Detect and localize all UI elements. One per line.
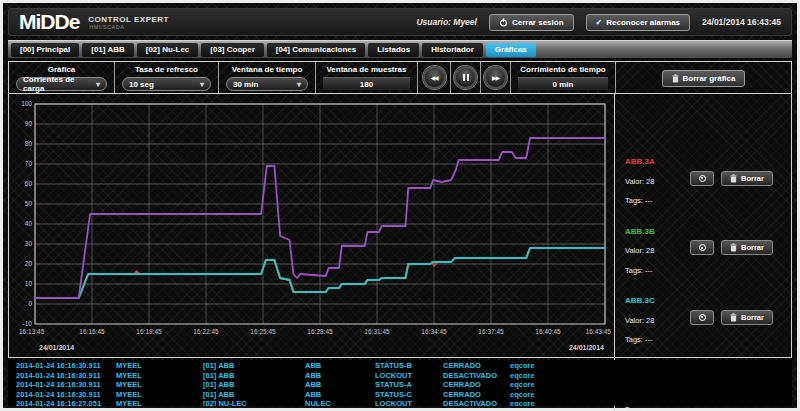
log-device: ABB [305, 380, 375, 390]
logo-subtitle-line1: CONTROL EXPERT [88, 15, 169, 24]
time-window-value: 30 min [233, 80, 258, 89]
refresh-rate-select[interactable]: 10 seg ▾ [122, 77, 211, 91]
event-log: 2014-01-24 16:16:30.911 MYEEL [01] ABB A… [8, 360, 792, 406]
time-shift-label: Corrimiento de tiempo [520, 65, 605, 74]
pause-cell [451, 62, 481, 93]
chart-date-right: 24/01/2014 [569, 344, 604, 351]
tab-listados[interactable]: Listados [368, 43, 419, 57]
tab-03-cooper[interactable]: [03] Cooper [201, 43, 263, 57]
target-icon [699, 244, 706, 251]
delete-signal-label: Borrar [741, 243, 764, 252]
chart-date-left: 24/01/2014 [39, 344, 74, 351]
top-bar: MiDDe CONTROL EXPERT HMI/SCADA Usuario: … [8, 8, 792, 36]
tab-00-principal[interactable]: [00] Principal [11, 43, 79, 57]
signal-entry-abb-3a: ABB.3A Valor: 28 Tags: --- Borrar [625, 149, 791, 208]
graph-select-cell: Gráfica Corrientes de carga ▾ [9, 62, 115, 93]
acknowledge-alarms-button[interactable]: ✓ Reconocer alarmas [586, 14, 691, 31]
tab-label: Gráficas [495, 45, 527, 54]
signal-value: Valor: 28 [625, 316, 654, 325]
pause-icon [463, 74, 469, 81]
header-datetime: 24/01/2014 16:43:45 [702, 17, 781, 27]
signal-entry-abb-3b: ABB.3B Valor: 28 Tags: --- Borrar [625, 219, 791, 278]
tab-gr-ficas[interactable]: Gráficas [486, 43, 536, 57]
tab-01-abb[interactable]: [01] ABB [82, 43, 133, 57]
log-row[interactable]: 2014-01-24 16:16:27.051 MYEEL [02] NU-LE… [16, 399, 792, 406]
trash-icon [730, 243, 737, 252]
log-state: DESACTIVADO [443, 371, 510, 381]
graph-select-label: Gráfica [48, 65, 76, 74]
log-timestamp: 2014-01-24 16:16:30.911 [16, 390, 116, 400]
delete-signal-button[interactable]: Borrar [721, 171, 773, 186]
log-user: MYEEL [116, 390, 203, 400]
log-timestamp: 2014-01-24 16:16:30.911 [16, 361, 116, 371]
log-timestamp: 2014-01-24 16:16:30.911 [16, 371, 116, 381]
tab-bar: [00] Principal [01] ABB [02] Nu-Lec [03]… [8, 40, 792, 58]
chevron-down-icon: ▾ [200, 80, 204, 89]
logo-subtitle-line2: HMI/SCADA [89, 24, 169, 30]
refresh-rate-value: 10 seg [129, 80, 154, 89]
log-source: eqcore [510, 399, 792, 406]
tab-label: [04] Comunicaciones [276, 45, 356, 54]
log-source: eqcore [510, 390, 792, 400]
signal-name: ABB.3B [625, 227, 655, 236]
log-row[interactable]: 2014-01-24 16:16:30.911 MYEEL [01] ABB A… [16, 380, 792, 390]
log-area: [02] NU-LEC [203, 399, 305, 406]
clear-chart-button[interactable]: Borrar gráfica [662, 70, 746, 87]
target-icon [699, 314, 706, 321]
user-label: Usuario: Myeel [416, 17, 476, 27]
delete-signal-button[interactable]: Borrar [721, 310, 773, 325]
log-user: MYEEL [116, 371, 203, 381]
tab-02-nu-lec[interactable]: [02] Nu-Lec [137, 43, 199, 57]
svg-text:30: 30 [25, 240, 33, 247]
logout-button[interactable]: Cerrar sesión [489, 14, 574, 31]
log-timestamp: 2014-01-24 16:16:30.911 [16, 380, 116, 390]
graph-select-value: Corrientes de carga [23, 75, 92, 93]
locate-signal-button[interactable] [690, 240, 714, 255]
pause-button[interactable] [454, 66, 477, 89]
svg-text:16:34:45: 16:34:45 [421, 328, 447, 335]
samples-window-cell: Ventana de muestras 180 [316, 62, 418, 93]
log-signal: LOCKOUT [375, 399, 443, 406]
log-area: [01] ABB [203, 380, 305, 390]
chart-date-row: 24/01/2014 24/01/2014 [9, 344, 614, 351]
signal-value: Valor: 28 [625, 246, 654, 255]
delete-signal-button[interactable]: Borrar [721, 240, 773, 255]
log-user: MYEEL [116, 361, 203, 371]
locate-signal-button[interactable] [690, 310, 714, 325]
tab-04-comunicaciones[interactable]: [04] Comunicaciones [267, 43, 365, 57]
tab-historiador[interactable]: Historiador [422, 43, 483, 57]
svg-text:16:31:45: 16:31:45 [364, 328, 390, 335]
time-window-label: Ventana de tiempo [232, 65, 303, 74]
chevron-down-icon: ▾ [96, 80, 100, 89]
log-row[interactable]: 2014-01-24 16:16:30.911 MYEEL [01] ABB A… [16, 361, 792, 371]
rewind-icon: ◀◀ [430, 74, 437, 81]
locate-signal-button[interactable] [690, 171, 714, 186]
graph-select[interactable]: Corrientes de carga ▾ [16, 77, 107, 91]
log-source: eqcore [510, 380, 792, 390]
svg-text:16:28:45: 16:28:45 [307, 328, 333, 335]
log-signal: LOCKOUT [375, 371, 443, 381]
delete-signal-label: Borrar [741, 174, 764, 183]
time-shift-value: 0 min [518, 77, 608, 90]
check-icon: ✓ [596, 18, 603, 27]
log-row[interactable]: 2014-01-24 16:16:30.911 MYEEL [01] ABB A… [16, 390, 792, 400]
log-device: ABB [305, 361, 375, 371]
svg-text:16:43:45: 16:43:45 [586, 328, 612, 335]
time-shift-cell: Corrimiento de tiempo 0 min [511, 62, 616, 93]
trash-icon [730, 174, 737, 183]
svg-text:0: 0 [28, 300, 32, 307]
signal-name: ABB.3C [625, 296, 655, 305]
svg-text:40: 40 [25, 220, 33, 227]
log-row[interactable]: 2014-01-24 16:16:30.911 MYEEL [01] ABB A… [16, 371, 792, 381]
rewind-button[interactable]: ◀◀ [423, 66, 446, 89]
signal-info: ABB.3C Valor: 28 Tags: --- [625, 288, 683, 347]
forward-button[interactable]: ▶▶ [484, 66, 507, 89]
log-source: eqcore [510, 371, 792, 381]
log-state: CERRADO [443, 361, 510, 371]
svg-text:20: 20 [25, 260, 33, 267]
trash-icon [672, 74, 679, 83]
target-icon [699, 175, 706, 182]
tab-label: [03] Cooper [210, 45, 254, 54]
time-window-select[interactable]: 30 min ▾ [226, 77, 308, 91]
log-timestamp: 2014-01-24 16:16:27.051 [16, 399, 116, 406]
